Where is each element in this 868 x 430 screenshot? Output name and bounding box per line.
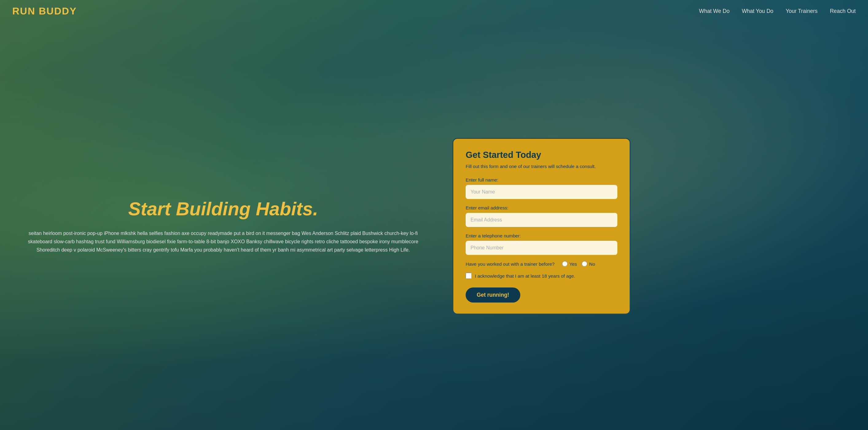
contact-form-card: Get Started Today Fill out this form and… bbox=[453, 138, 630, 315]
name-input[interactable] bbox=[466, 185, 617, 199]
nav-links: What We Do What You Do Your Trainers Rea… bbox=[699, 8, 856, 14]
radio-yes-input[interactable] bbox=[562, 261, 568, 267]
radio-question: Have you worked out with a trainer befor… bbox=[466, 262, 555, 267]
radio-no-label: No bbox=[589, 262, 595, 267]
age-acknowledgement-group: I acknowledge that I am at least 18 year… bbox=[466, 273, 617, 279]
age-checkbox-label[interactable]: I acknowledge that I am at least 18 year… bbox=[475, 273, 575, 279]
main-nav: RUN BUDDY What We Do What You Do Your Tr… bbox=[0, 0, 868, 23]
submit-button[interactable]: Get running! bbox=[466, 287, 520, 303]
trainer-experience-group: Have you worked out with a trainer befor… bbox=[466, 261, 617, 267]
email-field-group: Enter email address: bbox=[466, 205, 617, 227]
radio-yes-label: Yes bbox=[569, 262, 577, 267]
hero-body-text: seitan heirloom post-ironic pop-up iPhon… bbox=[19, 229, 428, 254]
hero-content: Start Building Habits. seitan heirloom p… bbox=[0, 23, 868, 430]
nav-link-reach-out[interactable]: Reach Out bbox=[830, 8, 856, 14]
radio-no-input[interactable] bbox=[582, 261, 587, 267]
form-title: Get Started Today bbox=[466, 150, 617, 160]
age-checkbox[interactable] bbox=[466, 273, 472, 279]
nav-link-what-we-do[interactable]: What We Do bbox=[699, 8, 730, 14]
phone-field-group: Enter a telephone number: bbox=[466, 233, 617, 255]
name-field-group: Enter full name: bbox=[466, 177, 617, 199]
radio-yes-option[interactable]: Yes bbox=[562, 261, 577, 267]
form-subtitle: Fill out this form and one of our traine… bbox=[466, 163, 617, 170]
name-label: Enter full name: bbox=[466, 177, 617, 182]
hero-headline: Start Building Habits. bbox=[19, 198, 428, 220]
hero-text-section: Start Building Habits. seitan heirloom p… bbox=[19, 198, 434, 254]
nav-link-your-trainers[interactable]: Your Trainers bbox=[786, 8, 818, 14]
phone-label: Enter a telephone number: bbox=[466, 233, 617, 238]
email-input[interactable] bbox=[466, 213, 617, 227]
email-label: Enter email address: bbox=[466, 205, 617, 210]
phone-input[interactable] bbox=[466, 241, 617, 255]
radio-no-option[interactable]: No bbox=[582, 261, 595, 267]
nav-link-what-you-do[interactable]: What You Do bbox=[742, 8, 773, 14]
site-logo: RUN BUDDY bbox=[12, 5, 77, 17]
